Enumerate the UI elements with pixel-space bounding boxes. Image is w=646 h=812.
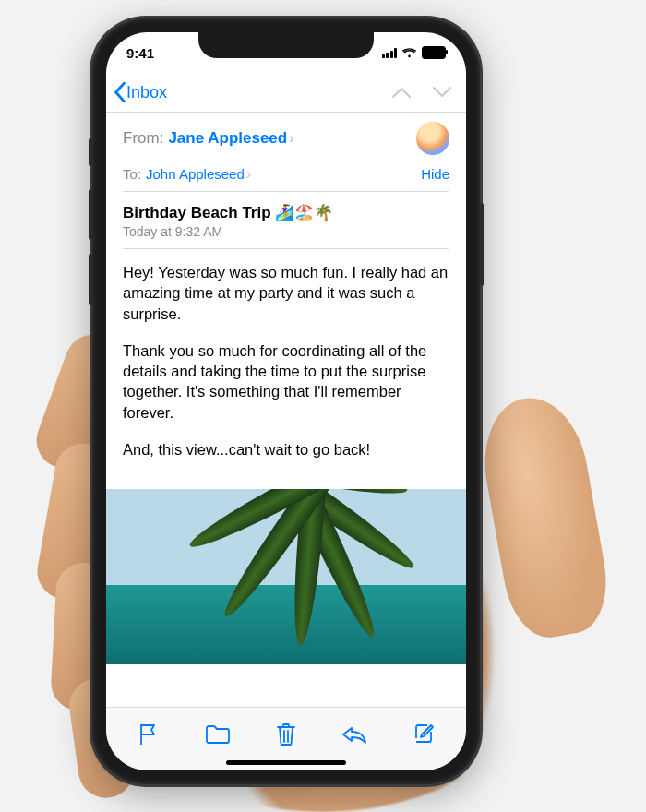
chevron-left-icon	[114, 82, 126, 102]
folder-icon	[205, 724, 231, 745]
to-row: To: John Appleseed › Hide	[123, 157, 449, 192]
reply-button[interactable]	[336, 719, 373, 750]
reply-icon	[341, 724, 367, 745]
next-message-button[interactable]	[433, 86, 451, 99]
trash-button[interactable]	[270, 717, 302, 752]
to-label: To:	[123, 166, 141, 182]
side-button	[480, 203, 484, 286]
from-row[interactable]: From: Jane Appleseed ›	[123, 113, 449, 157]
to-name[interactable]: John Appleseed ›	[146, 166, 251, 182]
home-indicator[interactable]	[226, 760, 346, 765]
mute-switch	[89, 138, 92, 166]
back-button[interactable]: Inbox	[110, 78, 171, 106]
navigation-bar: Inbox	[106, 73, 466, 113]
bottom-toolbar	[106, 707, 466, 770]
display-notch	[198, 32, 374, 58]
volume-down-button	[89, 254, 92, 304]
hide-details-button[interactable]: Hide	[421, 166, 449, 182]
back-label: Inbox	[126, 83, 167, 102]
compose-button[interactable]	[407, 718, 440, 751]
sender-avatar[interactable]	[416, 122, 449, 155]
subject-line: Birthday Beach Trip 🏄‍♀️🏖️🌴	[123, 203, 449, 222]
body-paragraph: Hey! Yesterday was so much fun. I really…	[123, 262, 449, 324]
chevron-right-icon: ›	[289, 131, 293, 146]
iphone-device-frame: 9:41 Inbox	[92, 18, 480, 784]
message-timestamp: Today at 9:32 AM	[123, 224, 449, 239]
battery-icon	[422, 46, 446, 59]
from-name: Jane Appleseed ›	[168, 129, 293, 148]
flag-button[interactable]	[132, 717, 165, 752]
image-attachment[interactable]	[106, 489, 466, 664]
subject-block: Birthday Beach Trip 🏄‍♀️🏖️🌴 Today at 9:3…	[123, 192, 449, 249]
status-time: 9:41	[126, 45, 154, 61]
screen: 9:41 Inbox	[106, 32, 466, 770]
trash-icon	[276, 722, 296, 746]
from-label: From:	[123, 129, 163, 148]
body-paragraph: And, this view...can't wait to go back!	[123, 439, 449, 460]
move-button[interactable]	[199, 719, 236, 750]
wifi-icon	[401, 47, 417, 58]
compose-icon	[413, 723, 435, 746]
body-paragraph: Thank you so much for coordinating all o…	[123, 340, 449, 423]
flag-icon	[138, 722, 160, 746]
message-view: From: Jane Appleseed › To: John Applesee…	[106, 113, 466, 664]
previous-message-button[interactable]	[392, 86, 411, 99]
message-body[interactable]: Hey! Yesterday was so much fun. I really…	[123, 249, 449, 489]
chevron-right-icon: ›	[246, 167, 251, 182]
cellular-signal-icon	[382, 48, 398, 58]
volume-up-button	[89, 189, 92, 240]
